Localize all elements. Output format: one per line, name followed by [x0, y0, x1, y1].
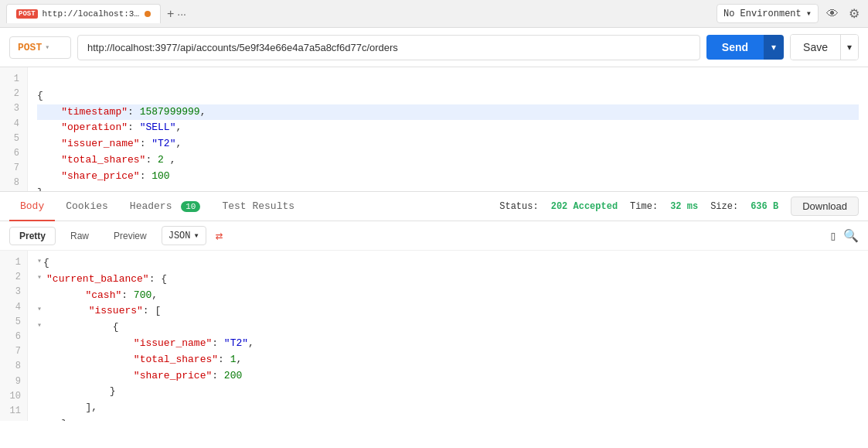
save-button-group: Save ▾: [790, 34, 859, 60]
raw-button[interactable]: Raw: [60, 227, 99, 245]
time-value: 32 ms: [670, 201, 698, 212]
request-editor-area: 1 2 3 4 5 6 7 8 9 { "timestamp": 1587999…: [0, 67, 868, 192]
resp-line-6: "issuer_name": "T2",: [37, 336, 859, 352]
response-body: 1 2 3 4 5 6 7 8 9 10 11 12 13 14 15 ▾{ ▾…: [0, 251, 868, 421]
resp-line-3: "cash": 700,: [37, 288, 859, 304]
method-selector[interactable]: POST ▾: [9, 36, 71, 59]
size-label: Size:: [710, 201, 738, 212]
collapse-icon-4[interactable]: ▾: [37, 303, 42, 316]
tab-cookies[interactable]: Cookies: [55, 193, 119, 221]
response-tabs-bar: Body Cookies Headers 10 Test Results Sta…: [0, 192, 868, 221]
preview-button[interactable]: Preview: [104, 227, 157, 245]
time-label: Time:: [630, 201, 658, 212]
request-bar: POST ▾ Send ▾ Save ▾: [0, 28, 868, 67]
chevron-down-icon: ▾: [806, 8, 812, 19]
request-line-numbers: 1 2 3 4 5 6 7 8 9: [0, 67, 28, 191]
send-button-group: Send ▾: [706, 35, 784, 60]
collapse-icon-1[interactable]: ▾: [37, 255, 42, 268]
browser-tabs: POST http://localhost:3977/api/accou + ·…: [0, 0, 868, 28]
code-line-4: "operation": "SELL",: [37, 120, 859, 136]
resp-line-11: },: [37, 416, 859, 421]
environment-selector[interactable]: No Environment ▾: [717, 4, 819, 23]
send-dropdown-button[interactable]: ▾: [764, 35, 784, 60]
response-line-numbers: 1 2 3 4 5 6 7 8 9 10 11 12 13 14 15: [0, 251, 28, 421]
resp-line-9: }: [37, 384, 859, 400]
resp-line-5: ▾ {: [37, 320, 859, 336]
tab-test-results[interactable]: Test Results: [211, 193, 305, 221]
method-chevron-icon: ▾: [45, 43, 49, 52]
tab-headers[interactable]: Headers 10: [119, 193, 212, 221]
new-tab-button[interactable]: +: [167, 7, 174, 21]
collapse-icon-2[interactable]: ▾: [37, 272, 42, 284]
code-line-5: "issuer_name": "T2",: [37, 136, 859, 152]
code-line-2: {: [37, 88, 859, 104]
request-code-content[interactable]: { "timestamp": 1587999999, "operation": …: [28, 67, 868, 191]
resp-line-8: "share_price": 200: [37, 368, 859, 385]
download-button[interactable]: Download: [791, 197, 859, 216]
code-line-6: "total_shares": 2 ,: [37, 152, 859, 169]
tab-unsaved-dot: [145, 11, 151, 17]
tab-title: http://localhost:3977/api/accou: [43, 9, 140, 19]
format-bar: Pretty Raw Preview JSON ▾ ⇄ ▯ 🔍: [0, 221, 868, 251]
browser-top-right: No Environment ▾ 👁 ⚙: [717, 4, 862, 23]
format-label: JSON: [168, 231, 191, 241]
request-code-editor: 1 2 3 4 5 6 7 8 9 { "timestamp": 1587999…: [0, 67, 868, 191]
active-tab[interactable]: POST http://localhost:3977/api/accou: [6, 4, 161, 23]
code-line-8: }: [37, 185, 859, 191]
tab-method-badge: POST: [16, 9, 38, 19]
code-line-3: "timestamp": 1587999999,: [37, 104, 859, 121]
save-button[interactable]: Save: [791, 35, 840, 60]
eye-icon-button[interactable]: 👁: [825, 6, 840, 22]
status-label: Status:: [499, 201, 538, 212]
resp-line-4: ▾ "issuers": [: [37, 303, 859, 320]
collapse-icon-5[interactable]: ▾: [37, 320, 42, 332]
code-line-1: [37, 72, 859, 88]
response-status-area: Status: 202 Accepted Time: 32 ms Size: 6…: [499, 197, 859, 216]
code-line-7: "share_price": 100: [37, 169, 859, 185]
env-label: No Environment: [723, 9, 802, 19]
tab-body[interactable]: Body: [9, 193, 55, 221]
response-code-content[interactable]: ▾{ ▾"current_balance": { "cash": 700, ▾ …: [28, 251, 868, 421]
copy-icon[interactable]: ▯: [829, 228, 837, 244]
save-dropdown-button[interactable]: ▾: [840, 35, 858, 60]
method-label: POST: [18, 42, 42, 53]
resp-line-10: ],: [37, 400, 859, 416]
resp-line-2: ▾"current_balance": {: [37, 272, 859, 288]
response-right-icons: ▯ 🔍: [829, 228, 859, 244]
search-icon[interactable]: 🔍: [843, 228, 859, 244]
size-value: 636 B: [751, 201, 778, 212]
send-button[interactable]: Send: [706, 35, 764, 60]
wrap-icon[interactable]: ⇄: [216, 228, 223, 244]
gear-icon-button[interactable]: ⚙: [846, 6, 862, 22]
format-selector[interactable]: JSON ▾: [162, 226, 206, 245]
status-value: 202 Accepted: [551, 201, 618, 212]
resp-line-7: "total_shares": 1,: [37, 352, 859, 368]
format-chevron-icon: ▾: [194, 230, 199, 241]
headers-badge: 10: [181, 201, 200, 212]
url-input[interactable]: [77, 35, 700, 60]
more-tabs-button[interactable]: ···: [177, 8, 186, 20]
pretty-button[interactable]: Pretty: [9, 227, 56, 245]
resp-line-1: ▾{: [37, 255, 859, 272]
